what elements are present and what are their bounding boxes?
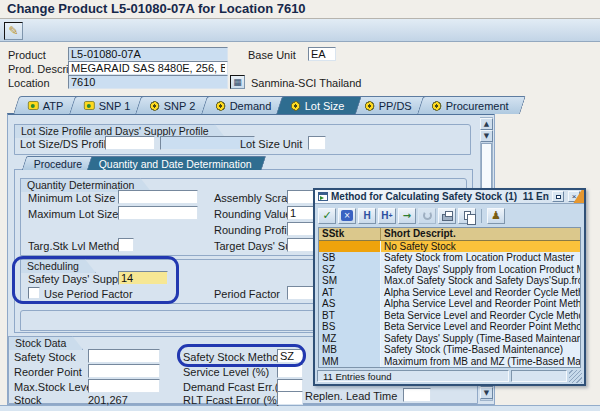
table-row[interactable]: ASAlpha Service Level and Reorder Point …: [319, 298, 580, 309]
minimum-lot-size-field[interactable]: [118, 190, 198, 204]
table-header-row: SStk meth... Short Descript.: [319, 228, 580, 241]
target-stock-level-method-label: Targ.Stk Lvl Methd: [28, 240, 119, 253]
stock-label: Stock: [14, 394, 42, 407]
location-field[interactable]: [68, 75, 228, 89]
folder-check-icon: [83, 101, 94, 110]
table-row[interactable]: MBSafety Stock (Time-Based Maintenance): [319, 344, 580, 355]
base-unit-field[interactable]: [308, 47, 336, 61]
grid-icon: ▦: [233, 77, 242, 87]
print-icon: [442, 214, 453, 221]
lot-size-unit-label: Lot Size Unit: [240, 138, 302, 151]
checkmark-icon: ✓: [322, 209, 331, 222]
tab-lot-size[interactable]: Lot Size: [276, 96, 362, 114]
table-row[interactable]: MMMaximum from MB and MZ (Time-Based Mai…: [319, 356, 580, 367]
lot-size-profile-label: Lot Size/DS Profile: [20, 138, 112, 151]
table-row[interactable]: ATAlpha Service Level and Reorder Cycle …: [319, 287, 580, 298]
resize-grip[interactable]: [569, 370, 582, 383]
status-aux-panel: [511, 370, 567, 382]
cancel-icon: ×: [341, 210, 353, 221]
tab-procurement[interactable]: Procurement: [417, 96, 526, 114]
find-next-icon: H: [381, 210, 388, 221]
maximum-lot-size-label: Maximum Lot Size: [28, 208, 118, 221]
table-row[interactable]: No Safety Stock: [319, 241, 580, 252]
safety-stock-method-dialog: Method for Calculating Safety Stock (1) …: [313, 188, 586, 386]
page-title: Change Product L5-01080-07A for Location…: [7, 1, 306, 16]
dialog-title: Method for Calculating Safety Stock (1) …: [331, 191, 549, 202]
application-toolbar: ✎: [0, 18, 600, 42]
period-factor-label: Period Factor: [214, 288, 280, 301]
find-next-button[interactable]: H+: [378, 208, 396, 224]
radio-icon: [432, 101, 442, 111]
prod-descript-field[interactable]: [68, 61, 228, 75]
cancel-button[interactable]: ×: [338, 208, 356, 224]
table-row[interactable]: BSBeta Service Level and Reorder Point M…: [319, 321, 580, 332]
transfer-button[interactable]: →: [398, 208, 416, 224]
stock-data-title: Stock Data: [8, 336, 83, 350]
tabstrip: ATP SNP 1 SNP 2 Demand Lot Size PP/DS Pr…: [16, 95, 517, 114]
radio-icon: [216, 101, 226, 111]
product-field[interactable]: [68, 47, 228, 61]
maximum-lot-size-field[interactable]: [118, 206, 198, 220]
radio-icon: [150, 101, 160, 111]
use-period-factor-checkbox[interactable]: [28, 287, 40, 299]
copy-icon: [464, 211, 471, 220]
table-row[interactable]: SMMax.of Safety Stock and Safety Days'Su…: [319, 275, 580, 286]
subtab-quantity-date[interactable]: Quantity and Date Determination: [87, 156, 266, 170]
print-button[interactable]: [438, 208, 456, 224]
reorder-point-label: Reorder Point: [14, 366, 82, 379]
scheduling-title: Scheduling: [20, 259, 96, 273]
scroll-up-button[interactable]: ▲: [480, 118, 493, 130]
display-change-icon: ✎: [8, 24, 18, 38]
display-change-button[interactable]: ✎: [4, 22, 23, 40]
scroll-down-button[interactable]: ▼: [480, 130, 493, 142]
product-label: Product: [8, 49, 46, 62]
target-stock-level-method-field[interactable]: [118, 238, 134, 252]
dialog-titlebar[interactable]: Method for Calculating Safety Stock (1) …: [315, 190, 584, 204]
safety-days-supply-label: Safety Days' Supply: [28, 273, 126, 286]
reorder-point-field[interactable]: [88, 364, 160, 378]
base-unit-label: Base Unit: [248, 49, 296, 62]
personal-value-list-button[interactable]: ♟: [487, 208, 505, 224]
safety-stock-field[interactable]: [88, 349, 160, 363]
minimum-lot-size-label: Minimum Lot Size: [28, 192, 115, 205]
radio-icon: [365, 101, 375, 111]
subtab-procedure[interactable]: Procedure: [22, 156, 97, 170]
table-row[interactable]: BTBeta Service Level and Reorder Cycle M…: [319, 310, 580, 321]
location-matchcode-button[interactable]: ▦: [230, 75, 245, 89]
column-header-description[interactable]: Short Descript.: [381, 228, 580, 240]
lot-size-unit-field[interactable]: [308, 136, 326, 150]
sap-change-product-window: Change Product L5-01080-07A for Location…: [0, 0, 600, 411]
safety-days-supply-field[interactable]: [118, 271, 168, 285]
dialog-icon: [318, 192, 328, 201]
radio-icon: [291, 101, 301, 111]
column-header-code[interactable]: SStk meth...: [319, 228, 381, 240]
use-period-factor-label: Use Period Factor: [44, 288, 133, 301]
scroll-down-button-bottom[interactable]: ▼: [480, 387, 493, 399]
safety-stock-method-field[interactable]: [277, 349, 303, 363]
toolbar-separator: [481, 209, 482, 223]
dialog-statusbar: 11 Entries found: [317, 369, 582, 383]
table-row[interactable]: SZSafety Days' Supply from Location Prod…: [319, 264, 580, 275]
max-stock-level-field[interactable]: [88, 379, 160, 393]
rounding-value-label: Rounding Value: [214, 208, 291, 221]
lot-size-profile-field[interactable]: [105, 136, 155, 150]
replen-lead-time-field[interactable]: [403, 388, 431, 402]
refresh-button[interactable]: [418, 208, 436, 224]
copy-button[interactable]: [458, 208, 476, 224]
table-row[interactable]: SBSafety Stock from Location Product Mas…: [319, 252, 580, 263]
value-help-table: SStk meth... Short Descript. No Safety S…: [318, 227, 581, 368]
service-level-field[interactable]: [277, 364, 303, 378]
safety-stock-method-label: Safety Stock Method: [183, 351, 285, 364]
rounding-profile-label: Rounding Profile: [214, 224, 295, 237]
sub-tabstrip: Procedure Quantity and Date Determinatio…: [24, 156, 259, 170]
find-icon: H: [363, 210, 370, 221]
dialog-minimize-button[interactable]: [552, 191, 564, 202]
folder-check-icon: [28, 101, 39, 110]
location-label: Location: [8, 77, 50, 90]
table-row[interactable]: MZSafety Days' Supply (Time-Based Mainte…: [319, 333, 580, 344]
tab-demand[interactable]: Demand: [201, 96, 288, 114]
rlt-fcast-error-field[interactable]: [277, 391, 303, 405]
safety-stock-label: Safety Stock: [14, 351, 76, 364]
accept-button[interactable]: ✓: [318, 208, 336, 224]
find-button[interactable]: H: [358, 208, 376, 224]
